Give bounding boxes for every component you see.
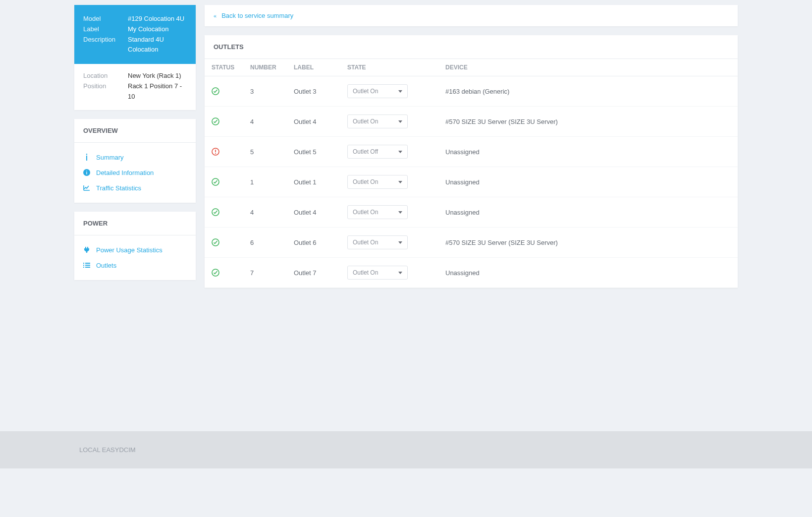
col-status: STATUS [205,59,243,76]
back-to-summary-label: Back to service summary [221,12,293,19]
chart-line-icon [83,184,90,191]
position-label: Position [83,81,128,102]
list-icon [83,262,90,269]
outlet-state-select[interactable]: Outlet Off [347,145,408,159]
outlet-number: 1 [243,167,287,197]
outlet-device: Unassigned [438,167,738,197]
power-title: POWER [74,212,196,235]
chevron-left-double-icon: « [214,13,217,19]
outlet-device: #570 SIZE 3U Server (SIZE 3U Server) [438,228,738,258]
caret-down-icon [398,272,402,274]
location-value: New York (Rack 1) [128,71,187,81]
position-row: Position Rack 1 Position 7 - 10 [83,81,187,102]
outlet-device: Unassigned [438,137,738,167]
service-header-top: Model #129 Colocation 4U Label My Coloca… [74,5,196,64]
outlet-device: Unassigned [438,197,738,228]
model-label: Model [83,14,128,24]
status-ok-icon [212,208,236,216]
outlet-number: 4 [243,107,287,137]
info-circle-icon [83,169,90,176]
caret-down-icon [398,181,402,183]
table-row: 3Outlet 3Outlet On#163 debian (Generic) [205,76,738,107]
footer-text: LOCAL EASYDCIM [79,446,136,454]
status-ok-icon [212,269,236,277]
nav-traffic[interactable]: Traffic Statistics [83,180,187,196]
outlet-number: 6 [243,228,287,258]
service-header-bottom: Location New York (Rack 1) Position Rack… [74,64,196,110]
col-label: LABEL [287,59,340,76]
outlet-label: Outlet 4 [287,107,340,137]
nav-power-usage-label: Power Usage Statistics [96,246,162,254]
outlet-label: Outlet 3 [287,76,340,107]
outlet-state-value: Outlet On [353,178,378,185]
outlet-number: 7 [243,258,287,288]
model-row: Model #129 Colocation 4U [83,14,187,24]
outlet-state-select[interactable]: Outlet On [347,235,408,249]
outlet-state-value: Outlet On [353,88,378,95]
table-row: 4Outlet 4Outlet On#570 SIZE 3U Server (S… [205,107,738,137]
outlet-label: Outlet 6 [287,228,340,258]
outlet-state-select[interactable]: Outlet On [347,266,408,280]
outlet-number: 3 [243,76,287,107]
outlets-card: OUTLETS STATUS NUMBER LABEL STATE DEVICE… [205,35,738,288]
table-row: 4Outlet 4Outlet OnUnassigned [205,197,738,228]
label-value: My Colocation [128,24,187,35]
outlets-title: OUTLETS [205,35,738,58]
caret-down-icon [398,151,402,153]
table-row: 7Outlet 7Outlet OnUnassigned [205,258,738,288]
outlet-number: 5 [243,137,287,167]
label-row: Label My Colocation [83,24,187,35]
table-row: 1Outlet 1Outlet OnUnassigned [205,167,738,197]
plug-icon [83,246,90,253]
outlet-device: Unassigned [438,258,738,288]
back-to-summary-link[interactable]: « Back to service summary [205,5,738,26]
position-value: Rack 1 Position 7 - 10 [128,81,187,102]
overview-panel: OVERVIEW Summary Detailed Information [74,119,196,203]
label-label: Label [83,24,128,35]
outlet-state-select[interactable]: Outlet On [347,205,408,219]
outlets-table: STATUS NUMBER LABEL STATE DEVICE 3Outlet… [205,58,738,288]
svg-point-4 [215,153,216,154]
nav-detailed-label: Detailed Information [96,169,154,176]
col-number: NUMBER [243,59,287,76]
caret-down-icon [398,120,402,123]
nav-outlets[interactable]: Outlets [83,258,187,273]
nav-power-usage[interactable]: Power Usage Statistics [83,242,187,258]
status-ok-icon [212,87,236,95]
footer: LOCAL EASYDCIM [0,431,812,468]
outlet-state-value: Outlet On [353,269,378,276]
outlet-label: Outlet 5 [287,137,340,167]
outlet-number: 4 [243,197,287,228]
outlet-label: Outlet 7 [287,258,340,288]
outlet-state-value: Outlet On [353,118,378,125]
info-icon [83,154,90,161]
outlet-state-select[interactable]: Outlet On [347,84,408,98]
outlet-label: Outlet 1 [287,167,340,197]
caret-down-icon [398,90,402,93]
nav-detailed[interactable]: Detailed Information [83,165,187,180]
caret-down-icon [398,211,402,214]
status-ok-icon [212,238,236,246]
model-value: #129 Colocation 4U [128,14,187,24]
overview-title: OVERVIEW [74,119,196,143]
table-row: 5Outlet 5Outlet OffUnassigned [205,137,738,167]
outlet-label: Outlet 4 [287,197,340,228]
outlet-device: #570 SIZE 3U Server (SIZE 3U Server) [438,107,738,137]
nav-summary-label: Summary [96,154,124,161]
caret-down-icon [398,241,402,244]
col-device: DEVICE [438,59,738,76]
outlet-state-select[interactable]: Outlet On [347,115,408,128]
nav-outlets-label: Outlets [96,262,116,269]
description-value: Standard 4U Colocation [128,35,187,56]
power-panel: POWER Power Usage Statistics Outlets [74,212,196,280]
col-state: STATE [340,59,438,76]
nav-summary[interactable]: Summary [83,150,187,165]
location-row: Location New York (Rack 1) [83,71,187,81]
outlet-state-value: Outlet On [353,209,378,216]
description-label: Description [83,35,128,56]
location-label: Location [83,71,128,81]
outlet-state-select[interactable]: Outlet On [347,175,408,189]
status-error-icon [212,148,236,156]
outlet-state-value: Outlet On [353,239,378,246]
nav-traffic-label: Traffic Statistics [96,184,141,192]
